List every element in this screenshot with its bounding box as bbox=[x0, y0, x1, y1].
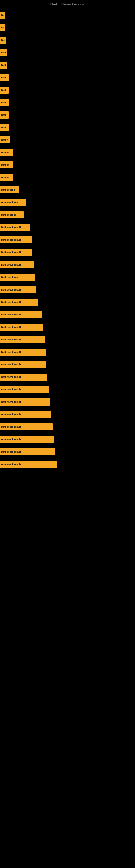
site-title: TheBottlenecker.com bbox=[0, 0, 135, 7]
bar-row: Bottlen bbox=[0, 160, 135, 170]
bar-label: Bottleneck resu bbox=[1, 276, 19, 279]
bar-label: Bottleneck result bbox=[1, 239, 21, 241]
bar-label: Bottleneck result bbox=[1, 338, 21, 341]
bar-row: Bo bbox=[0, 10, 135, 20]
bar-label: Bo bbox=[1, 14, 4, 17]
bar-label: Bottleneck result bbox=[1, 301, 21, 304]
bar-row: Bottleneck result bbox=[0, 235, 135, 245]
bar-row: Bottleneck result bbox=[0, 310, 135, 320]
bar-row: Bottleneck result bbox=[0, 259, 135, 270]
bar-label: Bottleneck result bbox=[1, 401, 21, 403]
bar-label: Bottleneck result bbox=[1, 326, 21, 329]
bar-row: Bottleneck result bbox=[0, 447, 135, 457]
bar: Bottleneck re bbox=[0, 211, 24, 218]
bar: Bottleneck result bbox=[0, 236, 32, 243]
bar: Bottleneck result bbox=[0, 424, 53, 431]
bar-row: Bottleneck result bbox=[0, 247, 135, 257]
bar-row: Bottleneck result bbox=[0, 297, 135, 307]
bar-row: Bo bbox=[0, 23, 135, 33]
bar: Bottl bbox=[0, 112, 9, 119]
bar: Bott bbox=[0, 49, 7, 56]
bar-label: Bottleneck result bbox=[1, 451, 21, 453]
bar-row: Bottleneck result bbox=[0, 372, 135, 382]
bar: Bottleneck result bbox=[0, 361, 46, 368]
bar-label: Bottleneck resu bbox=[1, 201, 19, 204]
bar: Bottl bbox=[0, 87, 9, 94]
bar: Bottleneck resu bbox=[0, 274, 35, 281]
bar-row: Bottl bbox=[0, 72, 135, 83]
bar: Bottlen bbox=[0, 161, 13, 168]
bar-label: Bottle bbox=[1, 138, 8, 141]
bar-row: Bot bbox=[0, 35, 135, 45]
bar-row: Bottlen bbox=[0, 172, 135, 183]
bar-row: Bottleneck result bbox=[0, 222, 135, 232]
bar: Bottleneck result bbox=[0, 261, 34, 268]
bar-label: Bottlen bbox=[1, 163, 9, 166]
bar-row: Bottl bbox=[0, 110, 135, 120]
bar-row: Bottleneck result bbox=[0, 422, 135, 432]
bar: Bottleneck result bbox=[0, 373, 47, 380]
bar-row: Bottleneck result bbox=[0, 284, 135, 295]
bar-label: Bottleneck result bbox=[1, 264, 21, 266]
bar-label: Bottleneck result bbox=[1, 388, 21, 391]
bar: Bo bbox=[0, 24, 5, 31]
bar-row: Bottleneck resu bbox=[0, 197, 135, 208]
bar-row: Bottleneck result bbox=[0, 360, 135, 370]
bar-label: Bottlen bbox=[1, 151, 9, 154]
bar-label: Bottleneck result bbox=[1, 251, 21, 254]
bar-label: Bottleneck result bbox=[1, 438, 21, 441]
bar: Bottleneck result bbox=[0, 224, 30, 231]
bar-label: Bottleneck result bbox=[1, 376, 21, 378]
bar-label: Bottlen bbox=[1, 176, 9, 179]
bar-label: Bottleneck result bbox=[1, 463, 21, 466]
bar-label: Bottl bbox=[1, 114, 7, 116]
bar-row: Bottleneck re bbox=[0, 210, 135, 220]
bar-label: Bottleneck result bbox=[1, 226, 21, 229]
bars-container: BoBoBotBottBottBottlBottlBottlBottlBottl… bbox=[0, 7, 135, 472]
bar: Bottle bbox=[0, 136, 10, 144]
bar: Bottleneck result bbox=[0, 461, 57, 468]
bar-label: Bottl bbox=[1, 89, 7, 91]
bar-row: Bottleneck result bbox=[0, 434, 135, 444]
bar: Bottlen bbox=[0, 174, 13, 181]
bar: Bottleneck result bbox=[0, 311, 42, 318]
bar-label: Bo bbox=[1, 26, 4, 29]
bar: Bottleneck result bbox=[0, 299, 38, 306]
bar-row: Bottleneck result bbox=[0, 384, 135, 395]
bar-label: Bottleneck result bbox=[1, 351, 21, 353]
bar-row: Bottlen bbox=[0, 147, 135, 158]
bar-row: Bottleneck resu bbox=[0, 272, 135, 282]
bar: Bottleneck result bbox=[0, 286, 37, 293]
bar: Bottleneck result bbox=[0, 249, 32, 256]
bar: Bo bbox=[0, 12, 5, 19]
bar-row: Bottleneck r bbox=[0, 185, 135, 195]
bar: Bottleneck r bbox=[0, 186, 19, 193]
bar-row: Bottl bbox=[0, 122, 135, 133]
bar: Bottl bbox=[0, 99, 9, 106]
bar-label: Bottleneck result bbox=[1, 313, 21, 316]
bar: Bottleneck resu bbox=[0, 199, 26, 206]
bar-row: Bottl bbox=[0, 85, 135, 95]
bar-label: Bottleneck result bbox=[1, 413, 21, 416]
bar: Bottleneck result bbox=[0, 323, 43, 331]
bar-label: Bott bbox=[1, 51, 6, 54]
bar-row: Bottleneck result bbox=[0, 459, 135, 469]
bar-label: Bott bbox=[1, 64, 6, 66]
bar: Bottlen bbox=[0, 149, 13, 156]
bar: Bottl bbox=[0, 124, 9, 131]
bar: Bottleneck result bbox=[0, 411, 51, 418]
bar-row: Bottleneck result bbox=[0, 409, 135, 420]
bar-label: Bottleneck r bbox=[1, 188, 15, 191]
bar-label: Bottl bbox=[1, 101, 7, 104]
bar-label: Bottleneck result bbox=[1, 363, 21, 366]
bar: Bott bbox=[0, 62, 7, 69]
bar: Bot bbox=[0, 37, 6, 44]
bar-row: Bott bbox=[0, 60, 135, 70]
bar: Bottl bbox=[0, 74, 9, 81]
bar-row: Bottl bbox=[0, 97, 135, 108]
bar-label: Bot bbox=[1, 39, 5, 41]
bar-row: Bottleneck result bbox=[0, 322, 135, 332]
bar: Bottleneck result bbox=[0, 399, 50, 405]
bar-row: Bottleneck result bbox=[0, 335, 135, 345]
bar: Bottleneck result bbox=[0, 336, 45, 343]
